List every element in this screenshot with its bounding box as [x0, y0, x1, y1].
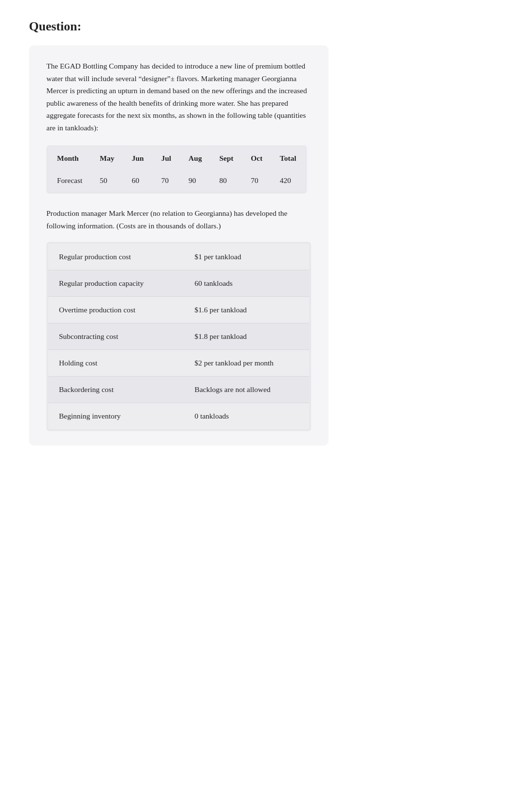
forecast-row-cell: 420: [271, 169, 305, 192]
forecast-header-cell: Sept: [211, 147, 242, 169]
forecast-row-cell: 60: [123, 169, 153, 192]
content-box: The EGAD Bottling Company has decided to…: [29, 45, 328, 446]
info-table-label: Beginning inventory: [48, 403, 184, 429]
forecast-data-row: Forecast506070908070420: [48, 169, 305, 192]
info-table: Regular production cost$1 per tankloadRe…: [48, 244, 309, 429]
info-table-value: 60 tankloads: [184, 270, 309, 297]
info-table-row: Holding cost$2 per tankload per month: [48, 350, 309, 377]
forecast-table: MonthMayJunJulAugSeptOctTotal Forecast50…: [48, 147, 305, 192]
forecast-row-cell: 70: [242, 169, 271, 192]
info-table-row: Backordering costBacklogs are not allowe…: [48, 377, 309, 403]
info-table-value: Backlogs are not allowed: [184, 377, 309, 403]
forecast-header-row: MonthMayJunJulAugSeptOctTotal: [48, 147, 305, 169]
forecast-header-cell: May: [91, 147, 123, 169]
forecast-row-label: Forecast: [48, 169, 91, 192]
info-table-label: Regular production cost: [48, 244, 184, 270]
info-table-label: Backordering cost: [48, 377, 184, 403]
info-table-value: $1.8 per tankload: [184, 323, 309, 350]
forecast-header-cell: Oct: [242, 147, 271, 169]
info-table-label: Holding cost: [48, 350, 184, 377]
info-table-value: 0 tankloads: [184, 403, 309, 429]
forecast-header-cell: Jun: [123, 147, 153, 169]
info-table-row: Beginning inventory0 tankloads: [48, 403, 309, 429]
info-table-value: $2 per tankload per month: [184, 350, 309, 377]
info-table-value: $1.6 per tankload: [184, 297, 309, 323]
info-table-row: Subcontracting cost$1.8 per tankload: [48, 323, 309, 350]
forecast-row-cell: 80: [211, 169, 242, 192]
forecast-header-cell: Total: [271, 147, 305, 169]
forecast-header-cell: Month: [48, 147, 91, 169]
page-title: Question:: [29, 19, 484, 34]
intro-paragraph: The EGAD Bottling Company has decided to…: [46, 60, 311, 134]
info-table-wrapper: Regular production cost$1 per tankloadRe…: [46, 242, 311, 431]
info-table-row: Regular production cost$1 per tankload: [48, 244, 309, 270]
info-table-label: Subcontracting cost: [48, 323, 184, 350]
forecast-row-cell: 50: [91, 169, 123, 192]
production-info-paragraph: Production manager Mark Mercer (no relat…: [46, 207, 311, 232]
forecast-table-wrapper: MonthMayJunJulAugSeptOctTotal Forecast50…: [46, 145, 307, 194]
forecast-header-cell: Jul: [153, 147, 180, 169]
info-table-label: Regular production capacity: [48, 270, 184, 297]
forecast-header-cell: Aug: [180, 147, 211, 169]
info-table-value: $1 per tankload: [184, 244, 309, 270]
info-table-row: Overtime production cost$1.6 per tankloa…: [48, 297, 309, 323]
info-table-label: Overtime production cost: [48, 297, 184, 323]
forecast-row-cell: 90: [180, 169, 211, 192]
info-table-row: Regular production capacity60 tankloads: [48, 270, 309, 297]
forecast-row-cell: 70: [153, 169, 180, 192]
